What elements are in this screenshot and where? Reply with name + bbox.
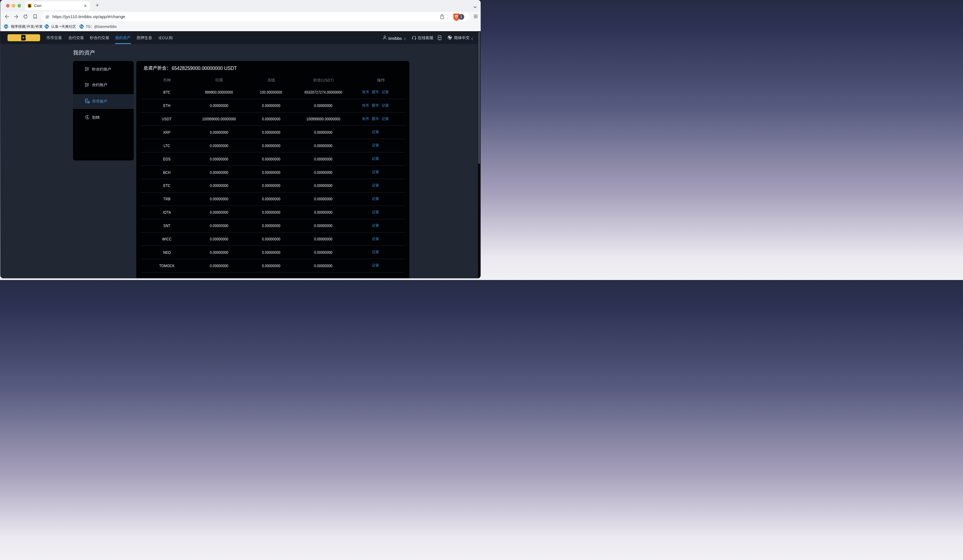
svg-text:APP: APP	[438, 37, 441, 38]
